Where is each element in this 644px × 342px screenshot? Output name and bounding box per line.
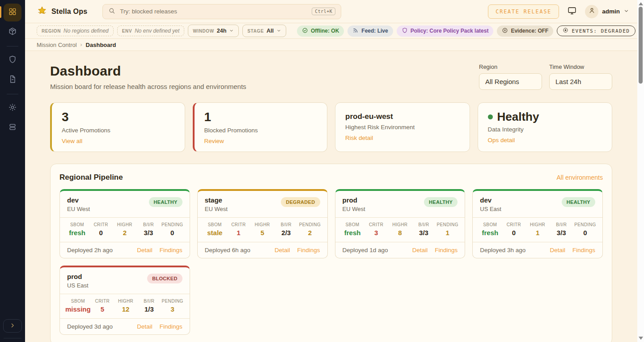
display-mode-button[interactable] <box>567 6 577 17</box>
metric-label: PENDING <box>161 222 184 227</box>
window-dropdown[interactable]: WINDOW 24h <box>188 25 239 37</box>
region-pill-value: No regions defined <box>64 28 109 34</box>
pipeline-card-footer: Deployed 6h ago Detail Findings <box>198 242 327 258</box>
stat-label: Highest Risk Environment <box>345 124 460 131</box>
sidebar-item-releases[interactable] <box>4 23 21 41</box>
region-context-pill[interactable]: REGION No regions defined <box>37 25 114 36</box>
sidebar-item-settings[interactable] <box>4 99 21 117</box>
pipeline-card-footer: Deployed 2h ago Detail Findings <box>60 242 190 258</box>
metric-value: 0 <box>161 229 184 236</box>
sidebar-expand-button[interactable] <box>3 319 22 333</box>
detail-link[interactable]: Detail <box>137 247 153 253</box>
region-select[interactable]: All Regions <box>479 73 542 90</box>
grid-icon <box>8 7 17 18</box>
events-status-pill[interactable]: EVENTS: DEGRADED <box>557 25 636 36</box>
sidebar-item-infrastructure[interactable] <box>4 119 21 137</box>
search-box[interactable]: Ctrl+K <box>102 4 341 19</box>
user-menu[interactable]: admin <box>585 5 629 18</box>
scrollbar-thumb[interactable] <box>639 7 643 84</box>
status-badge: HEALTHY <box>149 197 182 207</box>
pipeline-env-name: prod <box>343 196 365 204</box>
detail-link[interactable]: Detail <box>412 247 428 253</box>
stat-link[interactable]: View all <box>62 138 175 144</box>
metric-value: fresh <box>478 229 502 236</box>
page-title: Dashboard <box>50 63 246 79</box>
findings-link[interactable]: Findings <box>435 247 458 253</box>
deployed-timestamp: Deployed 2h ago <box>67 247 113 253</box>
sidebar <box>0 0 25 342</box>
env-context-pill[interactable]: ENV No env defined yet <box>117 25 184 36</box>
pipeline-metric: PENDING 0 <box>161 222 184 236</box>
stat-link[interactable]: Review <box>204 138 318 144</box>
stage-dropdown[interactable]: STAGE All <box>242 25 286 37</box>
metric-value: fresh <box>65 229 89 236</box>
findings-link[interactable]: Findings <box>572 247 595 253</box>
window-pill-value: 24h <box>217 28 227 34</box>
metric-label: CRITR <box>227 222 250 227</box>
regional-pipeline-panel: Regional Pipeline All environments dev E… <box>50 164 612 342</box>
status-pill[interactable]: Policy: Core Policy Pack latest <box>397 25 494 37</box>
app-window: Stella Ops Ctrl+K CREATE RELEASE admin <box>0 0 644 342</box>
scrollbar[interactable] <box>637 0 644 342</box>
brand[interactable]: Stella Ops <box>37 5 87 18</box>
stat-value: 1 <box>204 110 212 124</box>
metric-value: 2/3 <box>274 229 298 236</box>
status-pill[interactable]: Evidence: OFF <box>497 25 553 37</box>
metric-value: fresh <box>341 229 364 236</box>
create-release-button[interactable]: CREATE RELEASE <box>488 4 559 19</box>
pipeline-metric: PENDING 3 <box>161 299 184 313</box>
status-pill[interactable]: Offline: OK <box>297 25 344 37</box>
pipeline-card: stage EU West DEGRADED SBOM stale CRITR … <box>197 189 328 258</box>
sidebar-item-dashboard[interactable] <box>4 4 21 21</box>
pipeline-region: US East <box>67 282 89 289</box>
stat-value: prod-eu-west <box>345 113 393 121</box>
stat-link[interactable]: Ops detail <box>488 137 602 144</box>
scroll-down-arrow[interactable] <box>639 337 643 340</box>
pipeline-region: EU West <box>67 206 90 212</box>
user-name: admin <box>602 8 620 15</box>
pipeline-card-footer: Deployed 3h ago Detail Findings <box>473 242 602 258</box>
breadcrumb-current: Dashboard <box>86 42 116 48</box>
sidebar-item-documents[interactable] <box>4 71 21 89</box>
pipeline-metric: SBOM missing <box>65 299 91 313</box>
time-window-select[interactable]: Last 24h <box>549 73 612 90</box>
metric-label: CRITR <box>89 222 113 227</box>
page-content: Dashboard Mission board for release heal… <box>25 51 637 342</box>
pipeline-metric: CRITR 0 <box>502 222 525 236</box>
findings-link[interactable]: Findings <box>297 247 320 253</box>
time-window-filter: Time Window Last 24h <box>549 63 612 90</box>
pipeline-region: US East <box>480 206 501 212</box>
status-badge: BLOCKED <box>147 274 182 283</box>
pipeline-metric: HIGHR 1 <box>526 222 550 236</box>
status-badge: DEGRADED <box>281 197 320 207</box>
metric-label: B/I/R <box>137 299 161 304</box>
findings-link[interactable]: Findings <box>160 247 182 253</box>
detail-link[interactable]: Detail <box>550 247 565 253</box>
avatar <box>585 5 598 18</box>
search-input[interactable] <box>120 8 307 15</box>
detail-link[interactable]: Detail <box>275 247 290 253</box>
pipeline-metric: SBOM fresh <box>478 222 502 236</box>
metric-value: 3/3 <box>412 229 436 236</box>
stat-card: 1 Blocked Promotions Review <box>193 102 328 152</box>
stat-value-row: prod-eu-west <box>345 110 460 121</box>
findings-link[interactable]: Findings <box>160 323 182 330</box>
metric-label: HIGHR <box>250 222 274 227</box>
detail-link[interactable]: Detail <box>137 323 153 330</box>
pipeline-metric: CRITR 5 <box>91 299 114 313</box>
document-icon <box>8 75 17 85</box>
stat-link[interactable]: Risk detail <box>345 135 460 141</box>
scroll-up-arrow[interactable] <box>639 2 643 5</box>
breadcrumb-parent[interactable]: Mission Control <box>37 42 77 48</box>
all-environments-link[interactable]: All environments <box>557 174 603 181</box>
metric-value: 1 <box>227 229 250 236</box>
page-header: Dashboard Mission board for release heal… <box>50 63 612 90</box>
shield-icon <box>8 55 17 66</box>
star-logo-icon <box>37 5 47 18</box>
status-pill[interactable]: Feed: Live <box>347 25 393 37</box>
pipeline-env-name: stage <box>205 196 228 204</box>
pipeline-metric: PENDING 2 <box>298 222 322 236</box>
deployed-timestamp: Deployed 6h ago <box>205 247 250 253</box>
sidebar-item-security[interactable] <box>4 51 21 69</box>
search-icon <box>108 7 115 16</box>
